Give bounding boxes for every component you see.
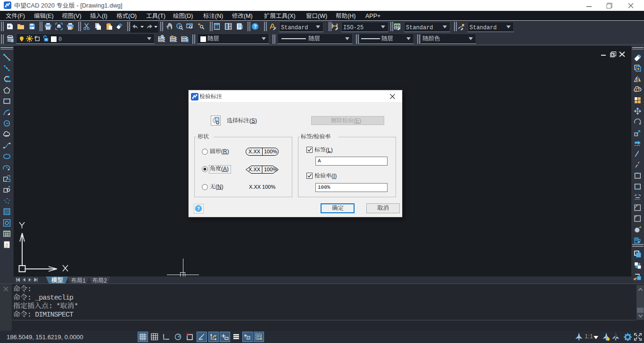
svg-text:(E): (E) xyxy=(46,13,54,19)
svg-text:(H): (H) xyxy=(347,13,355,19)
svg-text:(O): (O) xyxy=(128,13,137,19)
svg-text:Standard: Standard xyxy=(470,25,497,31)
svg-text:(W): (W) xyxy=(318,13,327,19)
svg-text:186.5049, 151.6219, 0.0000: 186.5049, 151.6219, 0.0000 xyxy=(7,334,83,341)
svg-text:ISO-25: ISO-25 xyxy=(343,25,363,31)
svg-text:1: 1 xyxy=(83,277,86,284)
svg-text:CAD 2020: CAD 2020 xyxy=(26,2,57,9)
svg-text:Standard: Standard xyxy=(281,25,308,31)
svg-text:(N): (N) xyxy=(215,184,223,190)
svg-text:(F): (F) xyxy=(17,13,25,19)
svg-text:(D): (D) xyxy=(185,13,193,19)
svg-text:1:1: 1:1 xyxy=(585,333,593,340)
svg-text:(L): (L) xyxy=(326,147,333,153)
svg-text:(E): (E) xyxy=(354,117,361,124)
svg-text:(T): (T) xyxy=(158,13,165,19)
svg-text:(X): (X) xyxy=(288,13,296,19)
svg-text:: *: : * xyxy=(49,302,60,310)
svg-text:(V): (V) xyxy=(74,13,82,19)
svg-text:(A): (A) xyxy=(221,166,229,172)
svg-text:?: ? xyxy=(254,24,257,29)
svg-text:- [Drawing1.dwg]: - [Drawing1.dwg] xyxy=(75,2,123,9)
svg-text:: DIMINSPECT: : DIMINSPECT xyxy=(27,311,74,319)
svg-text:/: / xyxy=(312,134,314,140)
svg-text:(M): (M) xyxy=(244,13,253,19)
svg-text:*: * xyxy=(74,302,78,310)
svg-text:: _pasteclip: : _pasteclip xyxy=(27,294,73,302)
svg-text:APP+: APP+ xyxy=(365,13,380,19)
svg-text:(R): (R) xyxy=(221,148,229,155)
svg-text:0: 0 xyxy=(58,36,62,43)
svg-text:(I): (I) xyxy=(102,13,107,19)
svg-text::: : xyxy=(27,285,31,293)
svg-text:2: 2 xyxy=(104,277,107,284)
svg-text:A: A xyxy=(5,242,8,247)
svg-text:?: ? xyxy=(197,206,200,211)
svg-text:Standard: Standard xyxy=(406,25,433,31)
svg-text:(S): (S) xyxy=(249,117,257,124)
svg-text:(I): (I) xyxy=(331,173,337,179)
svg-text:(N): (N) xyxy=(215,13,223,19)
